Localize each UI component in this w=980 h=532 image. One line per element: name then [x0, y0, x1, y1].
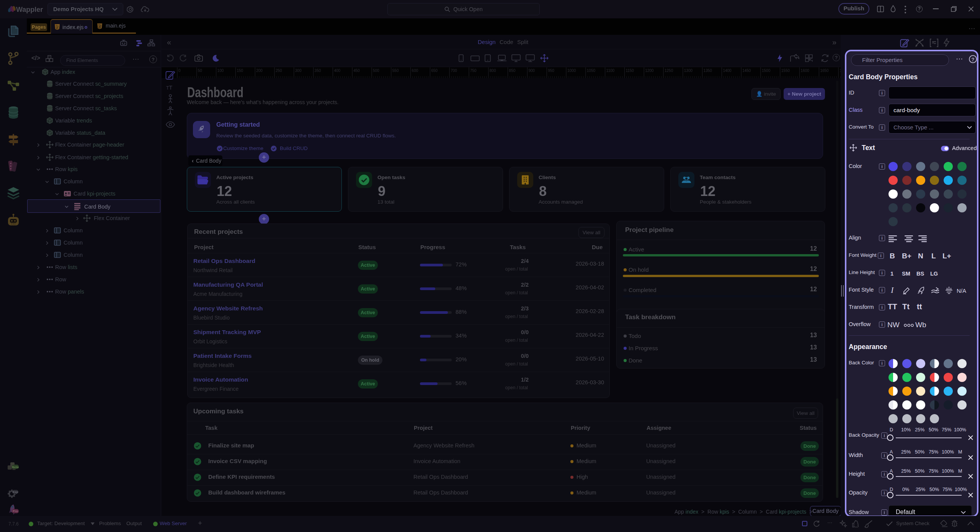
- svg-text:1650: 1650: [820, 69, 829, 73]
- svg-text:1350: 1350: [704, 69, 712, 73]
- svg-text:Beta: Beta: [12, 465, 19, 469]
- svg-text:1250: 1250: [665, 69, 673, 73]
- svg-text:1050: 1050: [587, 69, 596, 73]
- svg-text:750: 750: [470, 69, 477, 73]
- svg-text:1450: 1450: [742, 69, 751, 73]
- svg-text:900: 900: [528, 69, 535, 73]
- svg-text:150: 150: [237, 69, 243, 73]
- svg-text:1150: 1150: [626, 69, 634, 73]
- svg-text:450: 450: [353, 69, 360, 73]
- svg-text:1200: 1200: [645, 69, 654, 73]
- svg-text:950: 950: [548, 69, 554, 73]
- svg-text:400: 400: [334, 69, 340, 73]
- svg-text:1400: 1400: [723, 69, 732, 73]
- svg-text:800: 800: [490, 69, 496, 73]
- svg-text:1550: 1550: [781, 69, 790, 73]
- svg-text:0: 0: [178, 69, 181, 73]
- svg-text:850: 850: [509, 69, 516, 73]
- svg-text:250: 250: [276, 69, 282, 73]
- svg-text:350: 350: [315, 69, 321, 73]
- svg-text:200: 200: [256, 69, 263, 73]
- svg-text:1300: 1300: [684, 69, 693, 73]
- svg-text:1000: 1000: [567, 69, 576, 73]
- svg-text:Exp: Exp: [13, 490, 18, 494]
- svg-text:1600: 1600: [801, 69, 810, 73]
- svg-text:50: 50: [198, 69, 203, 73]
- svg-text:100: 100: [217, 69, 224, 73]
- svg-text:700: 700: [451, 69, 457, 73]
- svg-text:600: 600: [412, 69, 418, 73]
- svg-text:550: 550: [392, 69, 399, 73]
- svg-text:Pro: Pro: [13, 509, 18, 513]
- svg-text:300: 300: [295, 69, 302, 73]
- svg-text:500: 500: [373, 69, 379, 73]
- svg-text:1500: 1500: [762, 69, 771, 73]
- svg-text:650: 650: [431, 69, 438, 73]
- svg-text:1100: 1100: [606, 69, 615, 73]
